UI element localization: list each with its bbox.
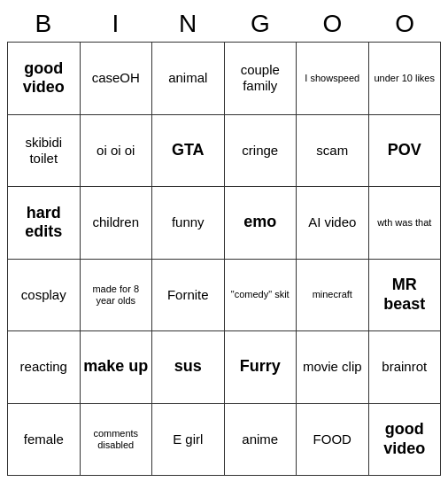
bingo-cell: good video	[8, 43, 81, 115]
bingo-cell: brainrot	[369, 331, 442, 404]
header-n: N	[152, 10, 223, 38]
bingo-cell: emo	[225, 187, 297, 260]
bingo-cell: FOOD	[297, 404, 369, 477]
bingo-cell: funny	[152, 187, 225, 260]
bingo-cell: Fornite	[152, 260, 225, 332]
bingo-cell: GTA	[152, 115, 225, 188]
bingo-cell: female	[8, 404, 81, 477]
header-g: G	[225, 10, 296, 38]
bingo-cell: make up	[81, 331, 153, 404]
bingo-cell: "comedy" skit	[225, 260, 297, 332]
bingo-cell: Furry	[225, 331, 297, 404]
header-o1: O	[297, 10, 367, 38]
bingo-cell: minecraft	[297, 260, 369, 332]
header-o2: O	[369, 10, 440, 38]
bingo-cell: cosplay	[8, 260, 81, 332]
bingo-cell: anime	[225, 404, 297, 477]
bingo-header: B I N G O O	[7, 6, 441, 42]
header-i: I	[80, 10, 151, 38]
bingo-cell: MR beast	[369, 260, 442, 332]
bingo-cell: I showspeed	[297, 43, 369, 115]
bingo-cell: AI video	[297, 187, 369, 260]
bingo-cell: under 10 likes	[369, 43, 442, 115]
bingo-cell: movie clip	[297, 331, 369, 404]
bingo-cell: scam	[297, 115, 369, 188]
bingo-cell: reacting	[8, 331, 81, 404]
bingo-cell: comments disabled	[81, 404, 153, 477]
bingo-card: B I N G O O good videocaseOHanimalcouple…	[7, 6, 441, 476]
bingo-cell: caseOH	[81, 43, 153, 115]
bingo-cell: skibidi toilet	[8, 115, 81, 188]
bingo-cell: POV	[369, 115, 442, 188]
bingo-cell: wth was that	[369, 187, 442, 260]
bingo-cell: good video	[369, 404, 442, 477]
bingo-cell: hard edits	[8, 187, 81, 260]
bingo-cell: oi oi oi	[81, 115, 153, 188]
bingo-cell: children	[81, 187, 153, 260]
bingo-cell: couple family	[225, 43, 297, 115]
header-b: B	[8, 10, 79, 38]
bingo-cell: E girl	[152, 404, 225, 477]
bingo-cell: cringe	[225, 115, 297, 188]
bingo-cell: made for 8 year olds	[81, 260, 153, 332]
bingo-cell: sus	[152, 331, 225, 404]
bingo-grid: good videocaseOHanimalcouple familyI sho…	[7, 42, 441, 476]
bingo-cell: animal	[152, 43, 225, 115]
